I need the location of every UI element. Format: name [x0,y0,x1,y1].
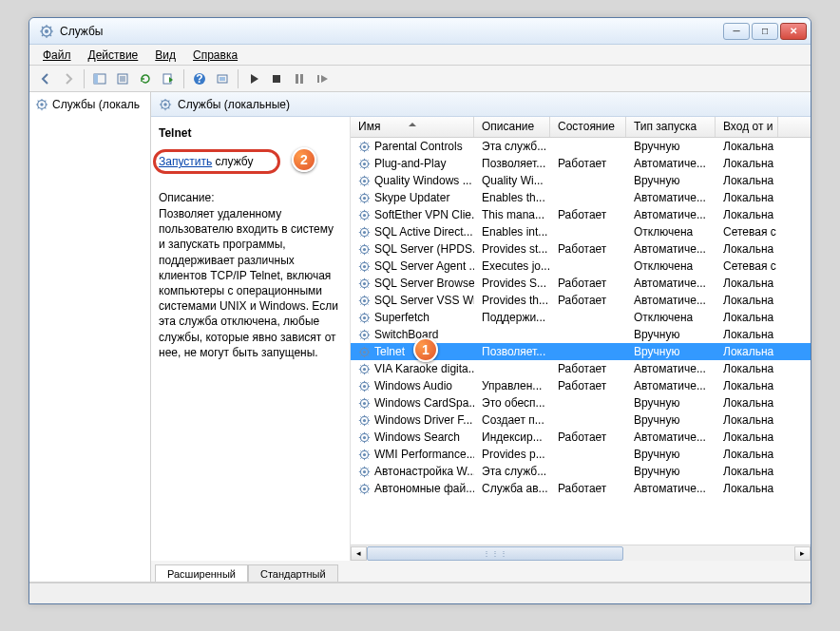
scroll-right-button[interactable]: ▸ [794,546,811,561]
scroll-thumb[interactable]: ⋮⋮⋮ [367,546,623,561]
service-row[interactable]: Skype UpdaterEnables th...Автоматиче...Л… [351,189,811,206]
service-desc-cell: Provides p... [474,448,550,461]
service-row[interactable]: Telnet1Позволяет...ВручнуюЛокальна [351,343,811,360]
service-startup-cell: Вручную [626,448,716,461]
service-row[interactable]: SuperfetchПоддержи...ОтключенаЛокальна [351,309,811,326]
gear-icon [358,397,371,410]
service-startup-cell: Вручную [626,465,716,478]
scroll-left-button[interactable]: ◂ [351,546,367,561]
service-startup-cell: Вручную [626,396,716,410]
gear-icon [358,277,371,290]
gear-icon [358,483,371,495]
maximize-button[interactable]: □ [752,23,778,40]
menu-view[interactable]: Вид [147,47,183,64]
service-row[interactable]: VIA Karaoke digita...РаботаетАвтоматиче.… [351,360,811,377]
service-startup-cell: Отключена [626,259,716,273]
gear-icon [358,312,371,324]
start-service-button[interactable] [243,68,264,89]
menu-action[interactable]: Действие [81,47,146,64]
service-desc-cell: Позволяет... [474,157,550,170]
service-logon-cell: Локальна [716,311,778,324]
tree-root-services[interactable]: Службы (локаль [31,96,148,113]
service-startup-cell: Автоматиче... [626,277,716,290]
titlebar[interactable]: Службы ─ □ ✕ [29,18,811,45]
column-name[interactable]: Имя [351,117,474,137]
service-row[interactable]: SQL Server Agent ...Executes jo...Отключ… [351,258,811,275]
toolbar-extra-button[interactable] [212,68,233,89]
help-button[interactable]: ? [189,68,210,89]
gear-icon [358,260,371,273]
service-row[interactable]: SoftEther VPN Clie...This mana...Работае… [351,206,811,223]
service-state-cell: Работает [550,277,626,290]
gear-icon [358,141,371,153]
service-row[interactable]: SQL Server BrowserProvides S...РаботаетА… [351,275,811,292]
service-row[interactable]: SQL Active Direct...Enables int...Отключ… [351,223,811,240]
service-row[interactable]: Quality Windows ...Quality Wi...ВручнуюЛ… [351,172,811,189]
refresh-button[interactable] [135,68,156,89]
stop-service-button[interactable] [266,68,287,89]
back-button[interactable] [35,68,56,89]
horizontal-scrollbar[interactable]: ◂ ⋮⋮⋮ ▸ [351,545,811,561]
menu-help[interactable]: Справка [185,47,245,64]
scroll-track[interactable]: ⋮⋮⋮ [367,546,794,561]
column-description[interactable]: Описание [474,117,550,137]
column-startup[interactable]: Тип запуска [626,117,716,137]
service-name-cell: SQL Server (HPDS... [374,242,474,256]
service-row[interactable]: SwitchBoardВручнуюЛокальна [351,326,811,343]
column-logon[interactable]: Вход от и [716,117,778,137]
list-body[interactable]: Parental ControlsЭта служб...ВручнуюЛока… [351,138,811,545]
service-desc-cell: Это обесп... [474,396,550,410]
service-name-cell: Windows Driver F... [374,413,472,427]
service-row[interactable]: Автонастройка W...Эта служб...ВручнуюЛок… [351,463,811,480]
service-row[interactable]: Windows Driver F...Создает п...ВручнуюЛо… [351,411,811,429]
tree-root-label: Службы (локаль [52,98,140,111]
service-logon-cell: Локальна [716,191,778,204]
statusbar [29,583,811,603]
restart-service-button[interactable] [312,68,333,89]
service-row[interactable]: Plug-and-PlayПозволяет...РаботаетАвтомат… [351,155,811,172]
service-logon-cell: Локальна [716,448,778,461]
export-button[interactable] [158,68,179,89]
close-button[interactable]: ✕ [780,23,807,40]
service-state-cell: Работает [550,482,626,495]
start-service-link[interactable]: Запустить [159,155,212,168]
forward-button[interactable] [58,68,79,89]
window-title: Службы [60,25,723,38]
svg-rect-13 [317,75,319,83]
service-state-cell: Работает [550,157,626,170]
pause-service-button[interactable] [289,68,310,89]
tab-extended[interactable]: Расширенный [155,564,248,582]
annotation-marker-2: 2 [292,147,316,172]
service-desc-cell: Индексир... [474,430,550,444]
service-name-cell: Автонастройка W... [374,465,474,478]
service-desc-cell: Создает п... [474,413,550,427]
menu-file[interactable]: Файл [35,47,79,64]
svg-rect-3 [94,74,98,84]
svg-rect-9 [220,77,225,81]
service-row[interactable]: Автономные фай...Служба ав...РаботаетАвт… [351,480,811,497]
service-startup-cell: Вручную [626,174,716,187]
show-hide-tree-button[interactable] [89,68,110,89]
service-row[interactable]: Parental ControlsЭта служб...ВручнуюЛока… [351,138,811,155]
column-state[interactable]: Состояние [550,117,626,137]
service-row[interactable]: Windows CardSpa...Это обесп...ВручнуюЛок… [351,394,811,411]
service-name-cell: Superfetch [374,311,430,324]
service-row[interactable]: WMI Performance...Provides p...ВручнуюЛо… [351,446,811,463]
service-startup-cell: Автоматиче... [626,157,716,170]
service-row[interactable]: Windows AudioУправлен...РаботаетАвтомати… [351,377,811,394]
properties-button[interactable] [112,68,133,89]
service-row[interactable]: Windows SearchИндексир...РаботаетАвтомат… [351,429,811,446]
service-startup-cell: Автоматиче... [626,208,716,221]
svg-rect-10 [273,75,280,83]
service-name-cell: Plug-and-Play [374,157,446,170]
service-row[interactable]: SQL Server VSS Wr...Provides th...Работа… [351,292,811,309]
svg-rect-11 [296,74,298,84]
service-row[interactable]: SQL Server (HPDS...Provides st...Работае… [351,240,811,258]
service-name-cell: Parental Controls [374,140,463,153]
service-desc-cell: This mana... [474,208,550,221]
app-icon [39,24,54,39]
minimize-button[interactable]: ─ [723,23,750,40]
service-desc-cell: Поддержи... [474,311,550,324]
service-list: Имя Описание Состояние Тип запуска Вход … [351,117,811,561]
tab-standard[interactable]: Стандартный [248,564,338,582]
